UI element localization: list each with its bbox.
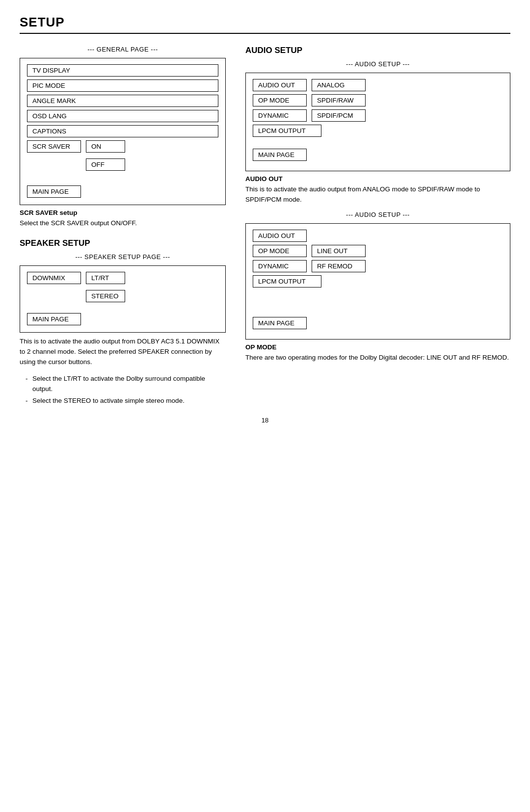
audio-setup-label: --- AUDIO SETUP --- <box>245 60 510 68</box>
spdif-pcm-item[interactable]: SPDIF/PCM <box>312 109 366 122</box>
page-number: 18 <box>20 417 510 424</box>
scr-saver-description: Select the SCR SAVER output ON/OFF. <box>20 218 226 229</box>
speaker-bullet-list: Select the LT/RT to activate the Dolby s… <box>20 373 226 406</box>
scr-saver-option-off[interactable]: OFF <box>86 158 125 171</box>
spdif-raw-item[interactable]: SPDIF/RAW <box>312 94 366 106</box>
menu-item-pic-mode[interactable]: PIC MODE <box>27 79 218 92</box>
op-mode-description: There are two operating modes for the Do… <box>245 353 510 363</box>
audio-main-page-button[interactable]: MAIN PAGE <box>253 149 307 161</box>
op-mode-item2[interactable]: OP MODE <box>253 245 307 257</box>
speaker-description: This is to activate the audio output fro… <box>20 337 226 367</box>
audio-row2-3: LPCM OUTPUT <box>253 275 503 288</box>
scr-saver-option-on[interactable]: ON <box>86 140 125 153</box>
menu-item-angle-mark[interactable]: ANGLE MARK <box>27 95 218 107</box>
menu-item-tv-display[interactable]: TV DISPLAY <box>27 64 218 77</box>
line-out-item[interactable]: LINE OUT <box>312 245 366 257</box>
dynamic-item2[interactable]: DYNAMIC <box>253 260 307 272</box>
general-page-box: TV DISPLAY PIC MODE ANGLE MARK OSD LANG … <box>20 58 226 205</box>
rf-remod-item[interactable]: RF REMOD <box>312 260 366 272</box>
speaker-setup-heading: SPEAKER SETUP <box>20 238 226 248</box>
audio-setup-label2: --- AUDIO SETUP --- <box>245 211 510 218</box>
menu-item-ltrt[interactable]: LT/RT <box>86 272 125 284</box>
speaker-bullet-ltrt: Select the LT/RT to activate the Dolby s… <box>26 373 226 394</box>
audio-setup-heading: AUDIO SETUP <box>245 46 510 55</box>
audio-out-item2[interactable]: AUDIO OUT <box>253 230 307 242</box>
audio-main-page-button2[interactable]: MAIN PAGE <box>253 317 307 329</box>
scr-saver-description-heading: SCR SAVER setup <box>20 209 226 216</box>
audio-row-2: DYNAMIC SPDIF/PCM <box>253 109 503 122</box>
lpcm-output-item[interactable]: LPCM OUTPUT <box>253 125 321 137</box>
audio-row-0: AUDIO OUT ANALOG <box>253 79 503 91</box>
op-mode-item[interactable]: OP MODE <box>253 94 307 106</box>
menu-item-scr-saver[interactable]: SCR SAVER <box>27 140 81 153</box>
audio-row-1: OP MODE SPDIF/RAW <box>253 94 503 106</box>
audio-setup-box: AUDIO OUT ANALOG OP MODE SPDIF/RAW DYNAM… <box>245 73 510 171</box>
menu-item-stereo[interactable]: STEREO <box>86 290 125 302</box>
analog-item[interactable]: ANALOG <box>312 79 366 91</box>
lpcm-output-item2[interactable]: LPCM OUTPUT <box>253 275 321 288</box>
general-main-page-button[interactable]: MAIN PAGE <box>27 185 81 198</box>
menu-item-downmix[interactable]: DOWNMIX <box>27 272 81 284</box>
speaker-main-page-button[interactable]: MAIN PAGE <box>27 313 81 325</box>
audio-out-heading: AUDIO OUT <box>245 175 510 183</box>
speaker-setup-label: --- SPEAKER SETUP PAGE --- <box>20 253 226 261</box>
audio-row2-2: DYNAMIC RF REMOD <box>253 260 503 272</box>
speaker-bullet-stereo: Select the STEREO to activate simple ste… <box>26 395 226 406</box>
audio-row2-1: OP MODE LINE OUT <box>253 245 503 257</box>
dynamic-item[interactable]: DYNAMIC <box>253 109 307 122</box>
page-title: SETUP <box>20 15 510 34</box>
speaker-setup-box: DOWNMIX LT/RT STEREO MAIN PAGE <box>20 265 226 333</box>
audio-row2-0: AUDIO OUT <box>253 230 503 242</box>
audio-out-description: This is to activate the audio output fro… <box>245 184 510 205</box>
audio-out-item[interactable]: AUDIO OUT <box>253 79 307 91</box>
audio-row-3: LPCM OUTPUT <box>253 125 503 137</box>
general-page-label: --- GENERAL PAGE --- <box>20 46 226 53</box>
op-mode-heading: OP MODE <box>245 343 510 351</box>
menu-item-captions[interactable]: CAPTIONS <box>27 125 218 137</box>
audio-setup-box2: AUDIO OUT OP MODE LINE OUT DYNAMIC RF RE… <box>245 223 510 340</box>
menu-item-osd-lang[interactable]: OSD LANG <box>27 110 218 122</box>
